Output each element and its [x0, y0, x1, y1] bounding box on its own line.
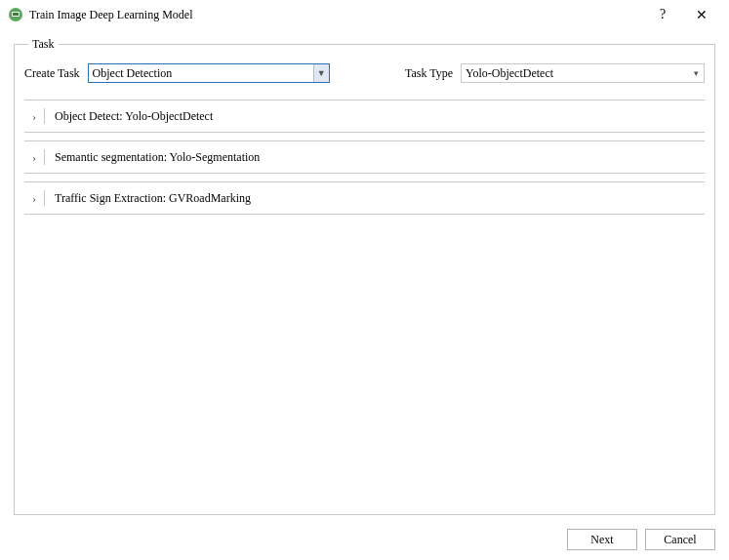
- chevron-right-icon: ›: [24, 192, 44, 204]
- help-button[interactable]: ?: [643, 1, 682, 28]
- create-task-dropdown[interactable]: Object Detection ▼: [88, 63, 330, 83]
- next-button[interactable]: Next: [567, 529, 637, 550]
- close-icon: ✕: [696, 7, 708, 23]
- help-icon: ?: [660, 7, 666, 22]
- item-separator: [44, 190, 45, 206]
- titlebar: Train Image Deep Learning Model ? ✕: [0, 0, 729, 29]
- window-title: Train Image Deep Learning Model: [29, 8, 643, 22]
- task-item-object-detect[interactable]: › Object Detect: Yolo-ObjectDetect: [24, 100, 705, 133]
- task-type-value: Yolo-ObjectDetect: [462, 64, 688, 82]
- close-button[interactable]: ✕: [682, 1, 721, 28]
- cancel-button[interactable]: Cancel: [645, 529, 715, 550]
- task-item-label: Object Detect: Yolo-ObjectDetect: [55, 109, 213, 124]
- chevron-right-icon: ›: [24, 151, 44, 163]
- task-type-dropdown[interactable]: Yolo-ObjectDetect ▾: [461, 63, 705, 83]
- task-group: Task Create Task Object Detection ▼ Task…: [14, 37, 715, 515]
- task-item-semantic-segmentation[interactable]: › Semantic segmentation: Yolo-Segmentati…: [24, 140, 705, 174]
- cancel-button-label: Cancel: [664, 533, 696, 547]
- chevron-down-icon: ▾: [688, 64, 704, 82]
- create-task-label: Create Task: [24, 66, 80, 81]
- chevron-down-icon: ▼: [313, 64, 329, 82]
- task-controls-row: Create Task Object Detection ▼ Task Type…: [24, 63, 705, 83]
- task-type-label: Task Type: [405, 66, 453, 81]
- next-button-label: Next: [590, 533, 613, 547]
- svg-rect-2: [13, 13, 19, 16]
- task-legend: Task: [28, 37, 59, 52]
- chevron-right-icon: ›: [24, 110, 44, 122]
- item-separator: [44, 108, 45, 124]
- task-item-traffic-sign[interactable]: › Traffic Sign Extraction: GVRoadMarking: [24, 181, 705, 215]
- create-task-value: Object Detection: [89, 64, 313, 82]
- task-item-label: Semantic segmentation: Yolo-Segmentation: [55, 150, 260, 165]
- task-item-label: Traffic Sign Extraction: GVRoadMarking: [55, 191, 251, 206]
- app-icon: [8, 7, 23, 22]
- footer: Next Cancel: [567, 529, 715, 550]
- item-separator: [44, 149, 45, 165]
